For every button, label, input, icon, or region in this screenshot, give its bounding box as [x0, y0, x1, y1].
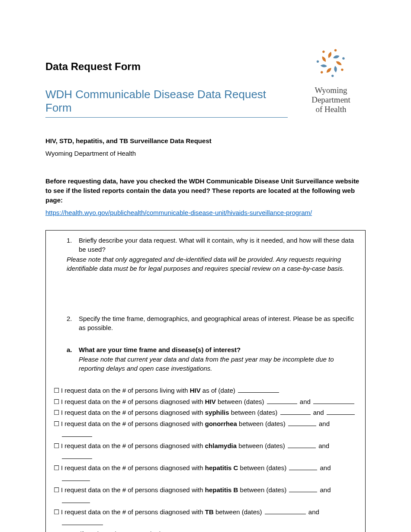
- q1-number: 1.: [67, 236, 79, 245]
- q1-note: Please note that only aggregated and de-…: [67, 255, 357, 273]
- check-hepc-text: I request data on the # of persons diagn…: [61, 462, 357, 484]
- tb-date-to-input[interactable]: [62, 519, 103, 526]
- form-container: 1. Briefly describe your data request. W…: [45, 230, 366, 532]
- logo-swirl-icon: [311, 43, 350, 82]
- hiv-asof-date-input[interactable]: [238, 387, 279, 393]
- svg-point-2: [340, 68, 344, 71]
- tb-specify-note: *specify active or latent TB or both: [64, 529, 357, 532]
- hepb-date-from-input[interactable]: [289, 486, 317, 492]
- logo-text-line1: Wyoming: [296, 86, 366, 95]
- org-logo: Wyoming Department of Health: [296, 26, 366, 114]
- checkbox-hiv-living[interactable]: ☐: [54, 385, 59, 396]
- syphilis-date-to-input[interactable]: [327, 409, 355, 415]
- q1-text: Briefly describe your data request. What…: [79, 236, 357, 254]
- section-title: HIV, STD, hepatitis, and TB Surveillance…: [45, 137, 366, 144]
- q2-text: Specify the time frame, demographics, an…: [79, 314, 357, 332]
- checkbox-syphilis[interactable]: ☐: [54, 407, 59, 418]
- hiv-date-from-input[interactable]: [267, 398, 297, 404]
- q2a-letter: a.: [67, 345, 79, 354]
- q2a-title: What are your time frame and disease(s) …: [79, 345, 357, 354]
- gonorrhea-date-from-input[interactable]: [288, 420, 316, 426]
- form-title: WDH Communicable Disease Data Request Fo…: [45, 88, 288, 118]
- checkbox-hepc[interactable]: ☐: [54, 462, 59, 474]
- hepc-date-from-input[interactable]: [289, 464, 317, 470]
- logo-text-line3: of Health: [296, 105, 366, 114]
- check-tb-text: I request data on the # of persons diagn…: [61, 506, 357, 529]
- intro-instruction: Before requesting data, have you checked…: [45, 176, 366, 205]
- check-hiv-living-text: I request data on the # of persons livin…: [61, 385, 357, 396]
- check-hepb-text: I request data on the # of persons diagn…: [61, 484, 357, 506]
- svg-point-0: [334, 49, 337, 52]
- surveillance-url-link[interactable]: https://health.wyo.gov/publichealth/comm…: [45, 209, 366, 216]
- svg-point-1: [342, 57, 345, 60]
- tb-specify-input[interactable]: [165, 530, 217, 532]
- chlamydia-date-to-input[interactable]: [62, 453, 92, 459]
- q2a-note: Please note that current year data and d…: [79, 355, 357, 373]
- svg-point-4: [320, 71, 324, 74]
- hepb-date-to-input[interactable]: [62, 497, 90, 503]
- hiv-date-to-input[interactable]: [313, 398, 354, 404]
- check-hiv-diag-text: I request data on the # of persons diagn…: [61, 396, 357, 407]
- check-chlamydia-text: I request data on the # of persons diagn…: [61, 440, 357, 462]
- checkbox-gonorrhea[interactable]: ☐: [54, 418, 59, 429]
- svg-point-3: [331, 74, 334, 77]
- syphilis-date-from-input[interactable]: [280, 409, 311, 415]
- checkbox-hiv-diag[interactable]: ☐: [54, 396, 59, 407]
- checkbox-hepb[interactable]: ☐: [54, 484, 59, 496]
- svg-point-5: [317, 60, 319, 63]
- page-title: Data Request Form: [45, 61, 296, 73]
- check-syphilis-text: I request data on the # of persons diagn…: [61, 407, 357, 418]
- svg-point-6: [322, 50, 325, 53]
- check-gonorrhea-text: I request data on the # of persons diagn…: [61, 418, 357, 440]
- department-name: Wyoming Department of Health: [45, 150, 366, 157]
- checkbox-chlamydia[interactable]: ☐: [54, 440, 59, 452]
- hepc-date-to-input[interactable]: [62, 475, 90, 481]
- chlamydia-date-from-input[interactable]: [288, 442, 316, 448]
- logo-text-line2: Department: [296, 95, 366, 105]
- tb-date-from-input[interactable]: [265, 508, 306, 514]
- q2-number: 2.: [67, 314, 79, 323]
- gonorrhea-date-to-input[interactable]: [62, 431, 92, 437]
- checkbox-tb[interactable]: ☐: [54, 506, 59, 518]
